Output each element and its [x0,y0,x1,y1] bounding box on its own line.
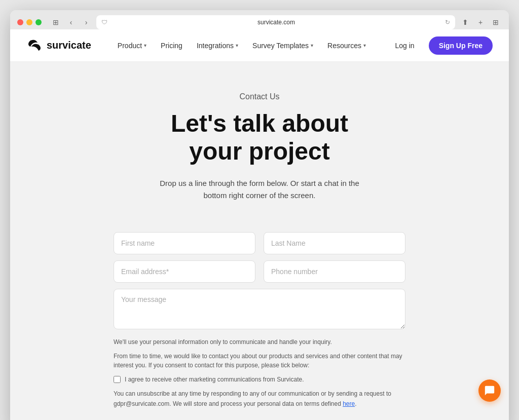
marketing-checkbox-label[interactable]: I agree to receive other marketing commu… [125,376,304,383]
signup-button[interactable]: Sign Up Free [429,36,493,55]
name-row [114,232,405,254]
hero-title: Let's talk about your project [26,109,493,165]
nav-item-product-label: Product [118,42,142,50]
here-link[interactable]: here [343,400,355,407]
maximize-button[interactable] [35,19,42,25]
unsubscribe-text-after: . [355,400,356,407]
url-display: survicate.com [110,19,442,26]
share-button[interactable]: ⬆ [459,16,471,28]
page-content: survicate Product ▾ Pricing Integrations… [10,29,509,420]
reload-icon: ↻ [445,19,450,26]
browser-controls: ⊞ ‹ › [50,16,92,28]
nav-item-pricing-label: Pricing [161,42,182,50]
first-name-input[interactable] [114,232,255,254]
toolbar-actions: ⬆ + ⊞ [459,16,502,28]
browser-titlebar: ⊞ ‹ › 🛡 survicate.com ↻ ⬆ + ⊞ [17,15,502,29]
resources-chevron-icon: ▾ [363,43,366,48]
email-input[interactable] [114,260,255,283]
nav-item-resources[interactable]: Resources ▾ [321,37,372,54]
product-chevron-icon: ▾ [144,43,146,48]
logo-icon [26,37,43,54]
survey-templates-chevron-icon: ▾ [311,43,313,48]
hero-section: Contact Us Let's talk about your project… [10,62,509,222]
hero-title-line2: your project [189,138,329,165]
contact-row [114,260,405,283]
nav-item-survey-templates-label: Survey Templates [252,42,309,50]
hero-description: Drop us a line through the form below. O… [148,177,371,202]
navbar: survicate Product ▾ Pricing Integrations… [10,29,509,62]
new-tab-button[interactable]: + [474,16,487,28]
minimize-button[interactable] [26,19,32,25]
last-name-input[interactable] [264,232,405,254]
nav-item-product[interactable]: Product ▾ [112,37,153,54]
login-button[interactable]: Log in [389,37,420,54]
marketing-consent-row: I agree to receive other marketing commu… [114,376,405,383]
close-button[interactable] [17,19,23,25]
message-textarea[interactable] [114,289,405,329]
phone-input[interactable] [264,260,405,283]
hero-title-line1: Let's talk about [171,110,348,137]
privacy-text: We'll use your personal information only… [114,337,405,347]
browser-chrome: ⊞ ‹ › 🛡 survicate.com ↻ ⬆ + ⊞ [10,10,509,29]
consent-text: From time to time, we would like to cont… [114,352,405,370]
hero-subtitle: Contact Us [26,92,493,101]
contact-form-section: We'll use your personal information only… [97,222,422,420]
forward-button[interactable]: › [80,16,92,28]
integrations-chevron-icon: ▾ [236,43,238,48]
nav-item-survey-templates[interactable]: Survey Templates ▾ [246,37,319,54]
nav-actions: Log in Sign Up Free [389,36,493,55]
logo-link[interactable]: survicate [26,37,91,54]
back-button[interactable]: ‹ [65,16,77,28]
nav-item-pricing[interactable]: Pricing [155,37,189,54]
nav-item-resources-label: Resources [327,42,361,50]
nav-item-integrations-label: Integrations [197,42,234,50]
marketing-checkbox[interactable] [114,376,121,383]
grid-button[interactable]: ⊞ [490,16,502,28]
tab-switcher-button[interactable]: ⊞ [50,16,62,28]
browser-window: ⊞ ‹ › 🛡 survicate.com ↻ ⬆ + ⊞ [10,10,509,420]
traffic-lights [17,19,42,25]
chat-button[interactable] [478,379,501,402]
address-bar[interactable]: 🛡 survicate.com ↻ [96,15,455,29]
unsubscribe-text: You can unsubscribe at any time by respo… [114,389,405,408]
nav-links: Product ▾ Pricing Integrations ▾ Survey … [112,37,389,54]
security-icon: 🛡 [101,19,107,26]
nav-item-integrations[interactable]: Integrations ▾ [191,37,244,54]
logo-text: survicate [47,40,91,51]
chat-icon [484,385,495,396]
